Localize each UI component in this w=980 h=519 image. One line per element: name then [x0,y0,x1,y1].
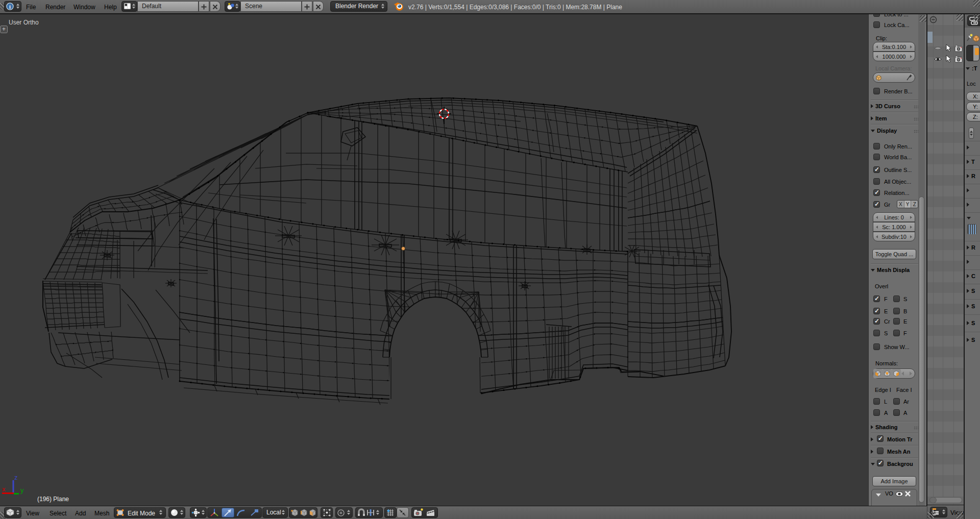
svg-text:i: i [9,4,11,10]
svg-text:x: x [2,485,6,493]
svg-text:y: y [20,486,24,494]
svg-text:z: z [14,475,18,481]
